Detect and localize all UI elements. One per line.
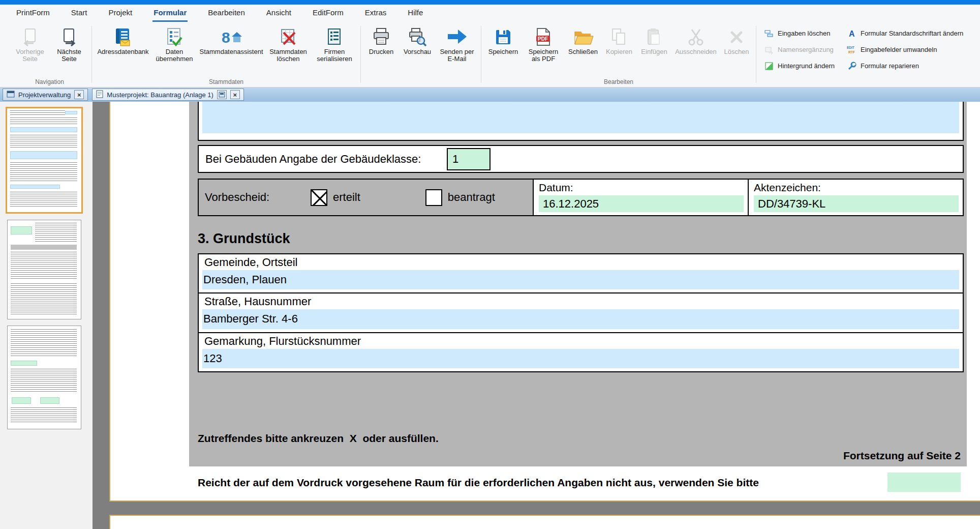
gemeinde-input[interactable]: Dresden, Plauen	[202, 270, 959, 289]
top-text-input[interactable]	[202, 102, 959, 133]
daten-uebernehmen-button[interactable]: Daten übernehmen	[153, 24, 196, 63]
stammdatenassistent-label: Stammdatenassistent	[199, 48, 263, 55]
hintergrund-aendern-button[interactable]: Hintergrund ändern	[764, 61, 835, 71]
beantragt-checkbox[interactable]	[425, 189, 442, 206]
menu-item-ansicht[interactable]: Ansicht	[265, 5, 292, 22]
eingabefelder-umwandeln-button[interactable]: EDITRTF Eingabefelder umwandeln	[847, 44, 963, 55]
tab-musterprojekt-close-icon[interactable]: ×	[230, 90, 240, 99]
table-delete-icon	[278, 26, 298, 48]
firmen-serialisieren-button[interactable]: Firmen serialisieren	[313, 24, 356, 63]
gemarkung-input[interactable]: 123	[202, 349, 959, 368]
datum-label: Datum:	[539, 182, 744, 194]
drucken-button[interactable]: Drucken	[365, 24, 397, 55]
senden-email-button[interactable]: Senden per E-Mail	[438, 24, 476, 63]
kopieren-label: Kopieren	[606, 48, 632, 55]
adressdatenbank-button[interactable]: Adressdatenbank	[97, 24, 149, 55]
wrench-icon	[847, 62, 857, 71]
aktenzeichen-input[interactable]: DD/34739-KL	[754, 195, 959, 212]
assistant-home-icon: 8	[220, 26, 243, 48]
speichern-pdf-button[interactable]: PDF Speichern als PDF	[524, 24, 563, 63]
vorbescheid-label: Vorbescheid:	[205, 191, 311, 204]
thumbnail-decor	[10, 117, 77, 125]
previous-page-button[interactable]: Vorherige Seite	[12, 24, 48, 63]
menu-item-start[interactable]: Start	[70, 5, 88, 22]
vorbescheid-row: Vorbescheid: erteilt beantragt Datum: 16…	[198, 179, 964, 216]
thumbnail-decor	[11, 361, 37, 366]
font-a-icon: A	[847, 29, 857, 38]
form-page-2	[109, 515, 980, 529]
form-notes: Zutreffendes bitte ankreuzen X oder ausf…	[198, 401, 759, 502]
ausschneiden-button[interactable]: Ausschneiden	[673, 24, 718, 55]
project-window-icon	[7, 91, 15, 99]
tab-projektverwaltung[interactable]: Projektverwaltung ×	[3, 89, 88, 101]
menu-item-bearbeiten[interactable]: Bearbeiten	[207, 5, 246, 22]
datum-input[interactable]: 16.12.2025	[539, 195, 744, 212]
checklist-icon	[164, 26, 185, 48]
menu-bar: PrintForm Start Projekt Formular Bearbei…	[0, 5, 980, 22]
section-3-heading: 3. Grundstück	[198, 231, 290, 247]
menu-item-extras[interactable]: Extras	[364, 5, 388, 22]
datum-value: 16.12.2025	[543, 197, 599, 211]
page-bottom-input[interactable]	[887, 473, 961, 492]
page-thumbnail-1[interactable]	[6, 107, 83, 214]
thumbnail-sidebar	[0, 102, 93, 529]
menu-item-hilfe[interactable]: Hilfe	[407, 5, 424, 22]
stammdaten-loeschen-button[interactable]: Stammdaten löschen	[267, 24, 310, 63]
svg-text:8: 8	[222, 29, 230, 46]
tab-musterprojekt[interactable]: Musterprojekt: Bauantrag (Anlage 1) ×	[92, 89, 244, 101]
serial-list-icon	[324, 26, 345, 48]
menu-item-editform[interactable]: EditForm	[312, 5, 345, 22]
speichern-pdf-label: Speichern als PDF	[524, 48, 563, 63]
loeschen-button[interactable]: Löschen	[722, 24, 751, 55]
printer-icon	[371, 26, 391, 48]
ribbon-group-label-navigation: Navigation	[8, 78, 91, 85]
ribbon-separator	[756, 26, 756, 83]
folder-close-icon	[572, 26, 594, 48]
page-thumbnail-3[interactable]	[7, 326, 81, 429]
standardschriftart-button[interactable]: A Formular Standardschriftart ändern	[847, 28, 963, 39]
form-page-1: Bei Gebäuden Angabe der Gebäudeklasse: 1…	[109, 102, 980, 502]
formular-reparieren-label: Formular reparieren	[861, 62, 919, 70]
vorschau-button[interactable]: Vorschau	[401, 24, 434, 55]
strasse-value: Bamberger Str. 4-6	[203, 312, 298, 326]
clear-inputs-icon	[764, 29, 774, 38]
formular-reparieren-button[interactable]: Formular reparieren	[847, 61, 963, 71]
form-backdrop: Bei Gebäuden Angabe der Gebäudeklasse: 1…	[189, 102, 967, 466]
menu-item-projekt[interactable]: Projekt	[108, 5, 134, 22]
menu-item-printform[interactable]: PrintForm	[15, 5, 51, 22]
daten-uebernehmen-label: Daten übernehmen	[153, 48, 196, 63]
kopieren-button[interactable]: Kopieren	[603, 24, 635, 55]
tab-projektverwaltung-close-icon[interactable]: ×	[74, 90, 84, 99]
ribbon-group-label-stammdaten: Stammdaten	[93, 78, 360, 85]
svg-text:EDIT: EDIT	[847, 46, 854, 49]
tab-musterprojekt-label: Musterprojekt: Bauantrag (Anlage 1)	[107, 91, 213, 99]
menu-item-formular[interactable]: Formular	[152, 5, 188, 22]
einfuegen-label: Einfügen	[641, 48, 667, 55]
einfuegen-button[interactable]: Einfügen	[638, 24, 670, 55]
previous-page-icon	[20, 26, 40, 48]
ribbon-separator	[91, 26, 92, 83]
note-line-2: Reicht der auf dem Vordruck vorgesehene …	[198, 475, 759, 490]
ribbon-group-label-bearbeiten: Bearbeiten	[482, 78, 755, 85]
tab-form-action-button[interactable]	[217, 90, 227, 99]
thumbnail-decor	[10, 127, 77, 132]
thumbnail-decor	[10, 162, 77, 183]
thumbnail-decor	[10, 135, 77, 149]
aktenzeichen-cell: Aktenzeichen: DD/34739-KL	[748, 180, 963, 215]
stammdatenassistent-button[interactable]: 8 Stammdatenassistent	[199, 24, 263, 55]
next-page-label: Nächste Seite	[51, 48, 87, 63]
page-thumbnail-2[interactable]	[7, 220, 81, 319]
firmen-serialisieren-label: Firmen serialisieren	[313, 48, 356, 63]
eingabefelder-umwandeln-label: Eingabefelder umwandeln	[861, 46, 937, 53]
strasse-input[interactable]: Bamberger Str. 4-6	[202, 309, 959, 329]
gebaeudeklasse-input[interactable]: 1	[447, 148, 491, 170]
erteilt-checkbox[interactable]	[311, 189, 327, 206]
namensergaenzung-button[interactable]: Namensergänzung	[764, 44, 835, 55]
schliessen-button[interactable]: Schließen	[566, 24, 600, 55]
beantragt-label: beantragt	[448, 191, 495, 204]
speichern-button[interactable]: Speichern	[486, 24, 520, 55]
next-page-button[interactable]: Nächste Seite	[51, 24, 87, 63]
gemarkung-value: 123	[203, 352, 222, 365]
strasse-row: Straße, Hausnummer Bamberger Str. 4-6	[199, 293, 963, 333]
eingaben-loeschen-button[interactable]: Eingaben löschen	[764, 28, 835, 39]
